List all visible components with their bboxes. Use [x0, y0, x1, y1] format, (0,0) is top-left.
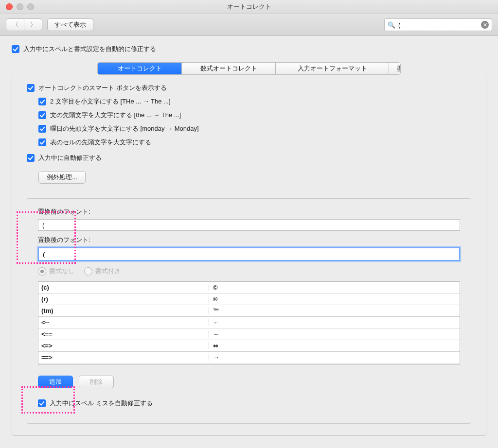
table-row[interactable]: <=>⇔	[38, 340, 460, 352]
window-title: オートコレクト	[0, 2, 498, 11]
auto-spellfix-label: 入力中にスペル ミスを自動修正する	[50, 399, 153, 408]
clear-search-icon[interactable]: ✕	[481, 21, 489, 29]
two-initial-caps-label: 2 文字目を小文字にする [THe ... → The ...]	[50, 97, 171, 106]
tab-autocorrect[interactable]: オートコレクト	[98, 63, 182, 74]
checkbox-icon	[12, 45, 19, 53]
back-button[interactable]: 〈	[6, 18, 24, 31]
titlebar: オートコレクト	[0, 0, 498, 14]
radio-icon	[84, 267, 92, 276]
radio-plain: 書式なし	[38, 267, 74, 276]
master-correct-checkbox[interactable]: 入力中にスペルと書式設定を自動的に修正する	[12, 45, 486, 53]
capitalize-table-cells-label: 表のセルの先頭文字を大文字にする	[50, 138, 151, 147]
table-row[interactable]: ==>→	[38, 352, 460, 363]
capitalize-sentence-checkbox[interactable]: 文の先頭文字を大文字にする [the ... → The ...]	[38, 111, 471, 120]
show-all-label: すべて表示	[54, 20, 86, 29]
replace-from-cell: <=>	[38, 342, 209, 349]
replace-from-cell: ==>	[38, 354, 209, 361]
forward-button[interactable]: 〉	[24, 18, 42, 31]
replace-after-input[interactable]	[38, 247, 460, 261]
checkbox-icon	[38, 138, 46, 146]
replace-as-you-type-label: 入力中に自動修正する	[38, 154, 102, 162]
replace-from-cell: (r)	[38, 295, 209, 303]
replace-from-cell: <--	[38, 319, 209, 326]
search-field[interactable]: 🔍 ✕	[384, 18, 492, 31]
table-row[interactable]: (r)®	[38, 293, 460, 305]
table-row[interactable]	[38, 363, 460, 365]
capitalize-days-checkbox[interactable]: 曜日の先頭文字を大文字にする [monday → Monday]	[38, 124, 471, 133]
replace-table[interactable]: (c)©(r)®(tm)™<--←<==←<=>⇔==>→	[38, 281, 460, 365]
exceptions-button[interactable]: 例外処理...	[38, 171, 86, 184]
radio-plain-label: 書式なし	[49, 267, 74, 276]
search-input[interactable]	[397, 21, 481, 29]
replace-as-you-type-checkbox[interactable]: 入力中に自動修正する	[27, 154, 471, 162]
tabs: オートコレクト 数式オートコレクト 入力オートフォーマット 定型句	[97, 62, 401, 75]
checkbox-icon	[38, 111, 46, 119]
exceptions-label: 例外処理...	[47, 173, 77, 182]
search-icon: 🔍	[388, 21, 395, 29]
master-correct-label: 入力中にスペルと書式設定を自動的に修正する	[23, 45, 156, 53]
replace-to-cell: →	[209, 354, 460, 361]
replace-to-cell: ®	[209, 295, 460, 303]
replace-to-cell: ←	[209, 330, 460, 338]
capitalize-days-label: 曜日の先頭文字を大文字にする [monday → Monday]	[50, 124, 199, 133]
two-initial-caps-checkbox[interactable]: 2 文字目を小文字にする [THe ... → The ...]	[38, 97, 471, 106]
checkbox-icon	[38, 98, 46, 105]
capitalize-sentence-label: 文の先頭文字を大文字にする [the ... → The ...]	[50, 111, 181, 120]
tab-math-autocorrect[interactable]: 数式オートコレクト	[182, 63, 276, 74]
nav-buttons: 〈 〉	[6, 18, 42, 31]
tab-label: オートコレクト	[118, 64, 162, 73]
table-row[interactable]: <==←	[38, 328, 460, 340]
checkbox-icon	[27, 84, 35, 92]
tab-label: 入力オートフォーマット	[298, 64, 367, 73]
chevron-left-icon: 〈	[12, 20, 18, 29]
delete-label: 削除	[90, 378, 103, 386]
replace-to-cell: ©	[209, 284, 460, 291]
radio-formatted-label: 書式付き	[95, 267, 121, 276]
format-radio-group: 書式なし 書式付き	[38, 267, 460, 276]
tab-autotext[interactable]: 定型句	[389, 63, 401, 74]
checkbox-icon	[38, 399, 46, 407]
tab-label: 数式オートコレクト	[200, 64, 257, 73]
replace-from-cell: <==	[38, 330, 209, 338]
replace-to-cell: ⇔	[209, 342, 460, 349]
table-row[interactable]: (c)©	[38, 282, 460, 293]
table-row[interactable]: (tm)™	[38, 305, 460, 317]
capitalize-table-cells-checkbox[interactable]: 表のセルの先頭文字を大文字にする	[38, 138, 471, 147]
replace-from-cell: (tm)	[38, 307, 209, 314]
toolbar: 〈 〉 すべて表示 🔍 ✕	[0, 14, 498, 36]
checkbox-icon	[38, 125, 46, 133]
replace-from-cell: (c)	[38, 284, 209, 291]
radio-icon	[38, 267, 46, 276]
replace-box: 置換前のフォント: 置換後のフォント: 書式なし 書式付き (c)©(r)®(t…	[27, 198, 471, 424]
replace-to-cell: ™	[209, 307, 460, 314]
content: 入力中にスペルと書式設定を自動的に修正する オートコレクト 数式オートコレクト …	[0, 36, 498, 448]
show-all-button[interactable]: すべて表示	[47, 18, 93, 31]
tab-autoformat[interactable]: 入力オートフォーマット	[276, 63, 389, 74]
before-label: 置換前のフォント:	[38, 207, 460, 216]
auto-spellfix-checkbox[interactable]: 入力中にスペル ミスを自動修正する	[38, 399, 460, 408]
table-row[interactable]: <--←	[38, 317, 460, 328]
add-button[interactable]: 追加	[38, 376, 73, 388]
smart-button-checkbox[interactable]: オートコレクトのスマート ボタンを表示する	[27, 84, 471, 92]
autocorrect-panel: オートコレクトのスマート ボタンを表示する 2 文字目を小文字にする [THe …	[12, 75, 486, 436]
delete-button: 削除	[79, 376, 114, 388]
add-label: 追加	[49, 378, 62, 386]
replace-before-input[interactable]	[38, 219, 460, 231]
after-label: 置換後のフォント:	[38, 236, 460, 244]
replace-to-cell: ←	[209, 319, 460, 326]
smart-button-label: オートコレクトのスマート ボタンを表示する	[38, 84, 167, 92]
checkbox-icon	[27, 154, 35, 162]
chevron-right-icon: 〉	[30, 20, 36, 29]
tab-label: 定型句	[397, 62, 401, 75]
radio-formatted: 書式付き	[84, 267, 121, 276]
